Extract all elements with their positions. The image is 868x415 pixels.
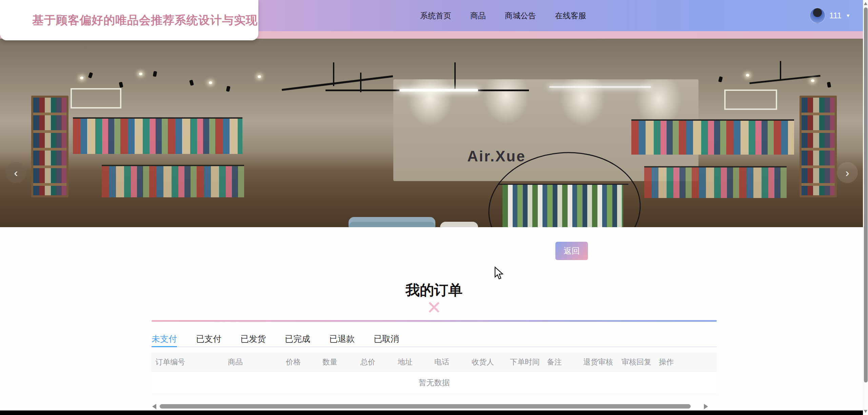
blue-sofa xyxy=(349,217,435,227)
page: 基于顾客偏好的唯品会推荐系统设计与实现 系统首页 商品 商城公告 在线客服 11… xyxy=(0,0,868,415)
col-order-id: 订单编号 xyxy=(152,357,224,367)
vertical-scrollbar-track[interactable] xyxy=(863,0,868,415)
clothes-rack-right xyxy=(631,119,794,155)
nav-item-products[interactable]: 商品 xyxy=(470,11,486,21)
spotlight xyxy=(88,72,93,78)
back-button[interactable]: 返回 xyxy=(555,242,588,260)
spotlight xyxy=(827,82,831,87)
gradient-divider xyxy=(152,320,717,322)
tab-cancelled[interactable]: 已取消 xyxy=(374,331,399,347)
col-receiver: 收货人 xyxy=(468,357,506,367)
col-actions: 操作 xyxy=(655,357,717,367)
light-rod xyxy=(780,61,781,81)
vertical-scrollbar[interactable] xyxy=(864,7,868,382)
tab-completed[interactable]: 已完成 xyxy=(285,331,310,347)
col-note: 备注 xyxy=(543,357,579,367)
nav-item-announcements[interactable]: 商城公告 xyxy=(505,11,536,21)
avatar[interactable] xyxy=(810,8,825,23)
col-phone: 电话 xyxy=(431,357,468,367)
hscroll-right-arrow-icon[interactable] xyxy=(704,404,708,409)
carousel-next-button[interactable]: › xyxy=(837,162,858,183)
spotlight xyxy=(226,86,230,92)
carousel-prev-button[interactable]: ‹ xyxy=(5,162,26,183)
light-rod xyxy=(360,73,361,92)
spotlight xyxy=(119,82,123,88)
white-armchair xyxy=(440,222,478,227)
col-return-review: 退货审核 xyxy=(579,357,618,367)
nav-item-home[interactable]: 系统首页 xyxy=(420,11,451,21)
site-title-card: 基于顾客偏好的唯品会推荐系统设计与实现 xyxy=(0,0,258,40)
col-price: 价格 xyxy=(282,357,319,367)
light-rod xyxy=(333,62,334,86)
hero-carousel: Air.Xue ‹ › xyxy=(0,39,868,227)
order-status-tabs: 未支付 已支付 已发货 已完成 已退款 已取消 xyxy=(152,331,717,347)
clothes-rack-left xyxy=(102,165,244,197)
main-nav: 系统首页 商品 商城公告 在线客服 xyxy=(420,0,586,31)
wall-frame xyxy=(71,88,121,108)
shelf-unit-left xyxy=(31,96,68,197)
light-truss xyxy=(749,75,820,84)
x-decoration-icon: ✕ xyxy=(0,297,868,318)
col-quantity: 数量 xyxy=(319,357,357,367)
horizontal-scrollbar[interactable] xyxy=(160,404,691,409)
light-truss xyxy=(282,75,393,91)
shelf-unit-right xyxy=(800,96,837,197)
clothes-rack-right xyxy=(644,166,787,198)
spotlight xyxy=(153,71,157,77)
site-title: 基于顾客偏好的唯品会推荐系统设计与实现 xyxy=(32,13,258,28)
store-watermark: Air.Xue xyxy=(467,148,526,165)
tab-paid[interactable]: 已支付 xyxy=(196,331,221,347)
scroll-down-arrow-icon[interactable] xyxy=(864,410,867,413)
nav-item-support[interactable]: 在线客服 xyxy=(555,11,586,21)
chevron-down-icon[interactable]: ▼ xyxy=(846,13,850,18)
hscroll-left-arrow-icon[interactable] xyxy=(152,404,156,409)
col-product: 商品 xyxy=(224,357,282,367)
empty-state-text: 暂无数据 xyxy=(419,377,450,388)
spotlight xyxy=(718,76,723,82)
orders-table-header: 订单编号 商品 价格 数量 总价 地址 电话 收货人 下单时间 备注 退货审核 … xyxy=(152,353,717,372)
mouse-cursor xyxy=(494,266,506,280)
tab-unpaid[interactable]: 未支付 xyxy=(152,331,177,347)
light-tube xyxy=(399,89,478,92)
clothes-rack-left xyxy=(73,117,242,154)
col-address: 地址 xyxy=(394,357,431,367)
col-review-reply: 审核回复 xyxy=(618,357,655,367)
spotlight xyxy=(189,80,194,86)
tab-shipped[interactable]: 已发货 xyxy=(240,331,266,347)
light-rod xyxy=(454,62,456,91)
col-order-time: 下单时间 xyxy=(506,357,543,367)
username: 111 xyxy=(829,11,842,20)
col-total: 总价 xyxy=(357,357,394,367)
bottom-black-bar xyxy=(0,410,863,415)
user-menu[interactable]: 111 ▼ xyxy=(810,0,850,31)
light-tube xyxy=(549,86,651,88)
empty-table-row: 暂无数据 xyxy=(152,372,717,394)
scroll-up-arrow-icon[interactable] xyxy=(864,2,867,5)
tab-refunded[interactable]: 已退款 xyxy=(329,331,355,347)
wall-frame xyxy=(724,90,777,110)
